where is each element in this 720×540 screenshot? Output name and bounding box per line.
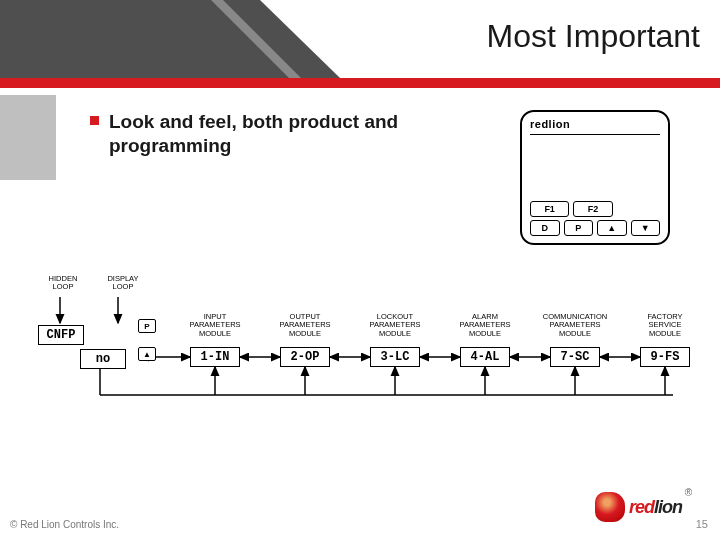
slide-header: Most Important (0, 0, 720, 95)
page-number: 15 (696, 518, 708, 530)
slide-footer: © Red Lion Controls Inc. redlion® 15 (0, 480, 720, 540)
display-loop-label: DISPLAYLOOP (88, 275, 158, 292)
logo-lion: lion (654, 497, 682, 517)
no-box: no (80, 349, 126, 369)
logo-red: red (629, 497, 654, 517)
registered-icon: ® (685, 488, 692, 497)
module-label: LOCKOUTPARAMETERSMODULE (360, 313, 430, 338)
device-f2-button: F2 (573, 201, 612, 217)
module-label: FACTORYSERVICEMODULE (630, 313, 700, 338)
copyright-text: © Red Lion Controls Inc. (10, 519, 119, 530)
module-label: COMMUNICATIONPARAMETERSMODULE (540, 313, 610, 338)
lion-head-icon (595, 492, 625, 522)
header-top: Most Important (0, 0, 720, 78)
module-box: 9-FS (640, 347, 690, 367)
device-f1-button: F1 (530, 201, 569, 217)
device-buttons-row2: D P ▲ ▼ (530, 220, 660, 236)
module-box: 7-SC (550, 347, 600, 367)
bullet-text: Look and feel, both product and programm… (109, 110, 399, 158)
device-panel: redlion F1 F2 D P ▲ ▼ (520, 110, 670, 245)
device-d-button: D (530, 220, 560, 236)
device-screen (530, 141, 660, 195)
module-label: ALARMPARAMETERSMODULE (450, 313, 520, 338)
cnfp-box: CNFP (38, 325, 84, 345)
device-divider (530, 134, 660, 135)
flowchart: HIDDENLOOP DISPLAYLOOP CNFP no P ▲ INPUT… (40, 275, 690, 420)
up-key: ▲ (138, 347, 156, 361)
bullet-square-icon (90, 116, 99, 125)
module-label: INPUTPARAMETERSMODULE (180, 313, 250, 338)
device-buttons-row1: F1 F2 (530, 201, 660, 217)
header-red-bar (0, 78, 720, 88)
module-box: 2-OP (280, 347, 330, 367)
redlion-logo: redlion® (595, 492, 682, 522)
module-label: OUTPUTPARAMETERSMODULE (270, 313, 340, 338)
module-box: 1-IN (190, 347, 240, 367)
logo-text: redlion® (629, 499, 682, 515)
slide-title: Most Important (487, 18, 700, 55)
device-up-button: ▲ (597, 220, 627, 236)
device-down-button: ▼ (631, 220, 661, 236)
module-box: 3-LC (370, 347, 420, 367)
device-p-button: P (564, 220, 594, 236)
sidebar-gray-block (0, 95, 56, 180)
device-brand: redlion (530, 118, 660, 130)
p-key: P (138, 319, 156, 333)
module-box: 4-AL (460, 347, 510, 367)
